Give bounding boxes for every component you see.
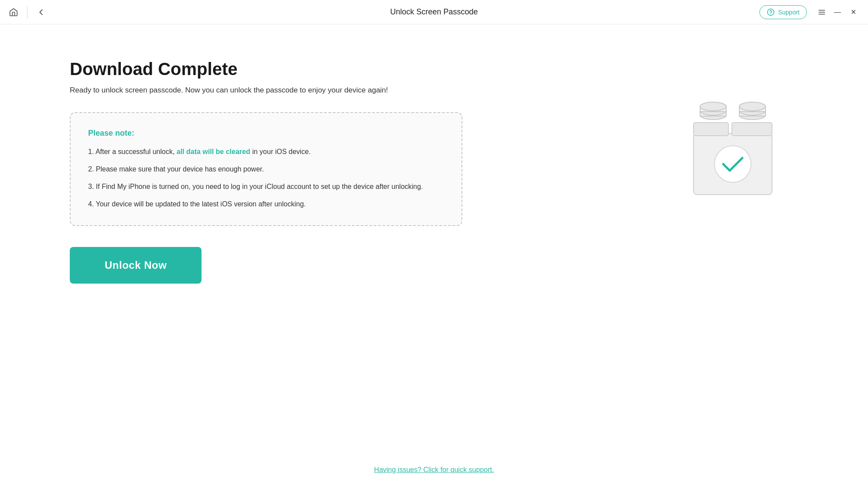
unlock-button-label: Unlock Now	[105, 259, 167, 271]
home-button[interactable]	[9, 7, 18, 17]
page-title-bar: Unlock Screen Passcode	[390, 7, 478, 17]
note-title: Please note:	[88, 129, 444, 138]
svg-rect-6	[694, 123, 728, 136]
note-item-1: 1. After a successful unlock, all data w…	[88, 147, 444, 157]
note-list: 1. After a successful unlock, all data w…	[88, 147, 444, 209]
close-button[interactable]: ✕	[847, 6, 859, 18]
note-1-highlight: all data will be cleared	[177, 148, 250, 155]
device-illustration	[667, 77, 789, 199]
main-content: Download Complete Ready to unlock screen…	[0, 24, 868, 310]
left-section: Download Complete Ready to unlock screen…	[70, 59, 462, 284]
subtitle: Ready to unlock screen passcode. Now you…	[70, 86, 462, 95]
back-button[interactable]	[36, 7, 46, 17]
note-item-4: 4. Your device will be updated to the la…	[88, 199, 444, 209]
footer: Having issues? Click for quick support.	[0, 466, 868, 474]
note-item-3: 3. If Find My iPhone is turned on, you n…	[88, 182, 444, 192]
note-1-number: 1.	[88, 148, 96, 155]
support-button[interactable]: Support	[759, 5, 807, 19]
title-text: Unlock Screen Passcode	[390, 7, 478, 16]
minimize-button[interactable]: —	[831, 6, 844, 18]
svg-point-12	[700, 102, 726, 111]
unlock-now-button[interactable]: Unlock Now	[70, 247, 202, 284]
note-2-text: 2. Please make sure that your device has…	[88, 165, 264, 173]
support-link[interactable]: Having issues? Click for quick support.	[374, 466, 494, 473]
support-label: Support	[778, 9, 800, 16]
note-item-2: 2. Please make sure that your device has…	[88, 164, 444, 175]
title-bar: Unlock Screen Passcode Support — ✕	[0, 0, 868, 24]
title-bar-right: Support — ✕	[759, 5, 859, 19]
note-1-after: in your iOS device.	[250, 148, 311, 155]
svg-point-17	[739, 102, 765, 111]
divider	[27, 6, 27, 18]
menu-button[interactable]	[816, 6, 828, 18]
svg-rect-7	[732, 123, 772, 136]
svg-point-1	[771, 14, 771, 14]
right-illustration	[659, 77, 798, 199]
svg-point-18	[714, 146, 751, 182]
title-bar-left	[9, 6, 46, 18]
note-3-text: 3. If Find My iPhone is turned on, you n…	[88, 183, 423, 190]
window-controls: — ✕	[816, 6, 859, 18]
note-4-text: 4. Your device will be updated to the la…	[88, 200, 306, 208]
note-box: Please note: 1. After a successful unloc…	[70, 112, 462, 226]
support-icon	[767, 8, 775, 16]
heading: Download Complete	[70, 59, 462, 79]
note-1-before: After a successful unlock,	[96, 148, 177, 155]
